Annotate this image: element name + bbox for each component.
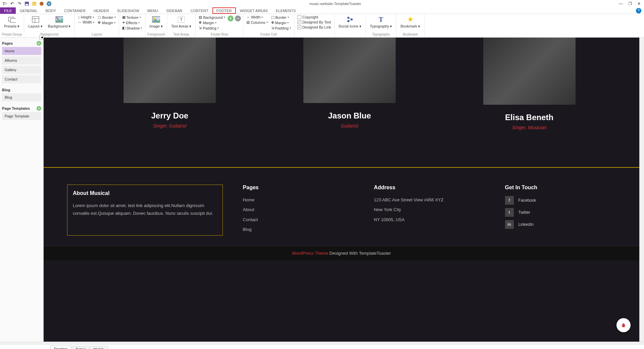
sidebar-item-home[interactable]: Home <box>2 47 41 55</box>
redo-icon[interactable]: ↷ <box>17 1 22 6</box>
canvas[interactable]: Jerry Doe Singer, Guitarist Jason Blue G… <box>44 38 639 342</box>
undo-icon[interactable]: ↶ <box>9 1 15 6</box>
remove-row-button[interactable]: − <box>235 15 241 21</box>
footer-link[interactable]: Contact <box>243 216 354 223</box>
svg-rect-1 <box>26 4 28 5</box>
person-name: Jerry Doe <box>123 111 216 120</box>
tab-footer[interactable]: FOOTER <box>212 7 236 14</box>
fr-margin-button[interactable]: ✥ Margin ▾ <box>198 20 226 25</box>
text-areas-button[interactable]: T Text Areas ▾ <box>169 15 193 29</box>
typography-button[interactable]: T Typography ▾ <box>368 15 394 29</box>
fc-width-button[interactable]: ↔ Width ▾ <box>245 15 268 19</box>
view-tablet-tab[interactable]: Tablet <box>72 346 89 349</box>
horizontal-scrollbar[interactable] <box>0 342 644 345</box>
view-mobile-tab[interactable]: Mobile <box>90 346 108 349</box>
background-button[interactable]: Background ▾ <box>46 15 73 29</box>
footer-link[interactable]: About <box>243 206 354 213</box>
about-text: Lorem ipsum dolor sit amet, test link ad… <box>73 202 217 217</box>
fc-padding-button[interactable]: ⇲ Padding ▾ <box>270 26 292 31</box>
sidebar-item-page-template[interactable]: Page Template <box>2 112 41 120</box>
sidebar-item-contact[interactable]: Contact <box>2 75 41 83</box>
view-desktop-tab[interactable]: Desktop <box>50 346 71 349</box>
image-button[interactable]: Image ▾ <box>147 15 165 29</box>
width-button[interactable]: ↔ Width ▾ <box>77 20 95 24</box>
footer-pages-cell: Pages Home About Contact Blog <box>243 185 354 236</box>
fr-background-button[interactable]: ▨ Background ▾ <box>198 15 226 20</box>
footer-link[interactable]: Blog <box>243 226 354 233</box>
wordpress-icon[interactable]: W <box>46 1 52 6</box>
fc-border-button[interactable]: ▢ Border ▾ <box>270 15 292 20</box>
twitter-icon: t <box>505 208 514 217</box>
vertical-scrollbar[interactable] <box>639 38 644 342</box>
help-icon[interactable]: ? <box>636 8 641 13</box>
tab-container[interactable]: CONTAINER <box>60 7 90 14</box>
designed-by-link-checkbox[interactable]: ✓ Designed By Link <box>296 25 332 30</box>
touch-title: Get In Touch <box>505 185 616 191</box>
address-line: NY 10005, USA <box>374 216 485 223</box>
facebook-icon: f <box>505 196 514 205</box>
social-icons-button[interactable]: Social Icons ▾ <box>337 15 363 29</box>
tab-widget-areas[interactable]: WIDGET AREAS <box>236 7 272 14</box>
tab-elements[interactable]: ELEMENTS <box>272 7 300 14</box>
templates-title: Page Templates <box>2 106 30 110</box>
pages-title: Pages <box>243 185 354 191</box>
fc-margin-button[interactable]: ✥ Margin ▾ <box>270 20 292 25</box>
texture-button[interactable]: ▦ Texture ▾ <box>121 15 143 20</box>
maximize-button[interactable]: ❐ <box>628 1 632 6</box>
footer-social-cell: Get In Touch fFacebook tTwitter inLinked… <box>505 185 616 236</box>
minimize-button[interactable]: — <box>619 1 623 6</box>
svg-rect-9 <box>32 16 39 22</box>
firefox-icon[interactable] <box>39 1 44 6</box>
tab-header[interactable]: HEADER <box>90 7 113 14</box>
tab-sidebar[interactable]: SIDEBAR <box>162 7 186 14</box>
tab-file[interactable]: FILE <box>0 7 16 14</box>
sidebar-item-gallery[interactable]: Gallery <box>2 66 41 74</box>
tab-general[interactable]: GENERAL <box>16 7 42 14</box>
height-button[interactable]: ↕ Height ▾ <box>77 15 95 19</box>
social-twitter[interactable]: tTwitter <box>505 208 616 217</box>
tab-slideshow[interactable]: SLIDESHOW <box>113 7 143 14</box>
pages-title: Pages <box>2 41 13 45</box>
fr-padding-button[interactable]: ⇲ Padding ▾ <box>198 26 226 31</box>
save-icon[interactable] <box>24 1 30 6</box>
bookmark-button[interactable]: ★ Bookmark ▾ <box>398 15 422 29</box>
add-template-button[interactable]: + <box>37 106 41 111</box>
add-row-button[interactable]: + <box>228 15 234 21</box>
typography-group-label: Typography <box>368 33 394 37</box>
svg-point-4 <box>41 3 43 5</box>
footer-about-cell[interactable]: About Musical Lorem ipsum dolor sit amet… <box>67 185 223 236</box>
footer-bottom[interactable]: WordPress Theme Designed With TemplateTo… <box>44 246 639 260</box>
social-facebook[interactable]: fFacebook <box>505 196 616 205</box>
close-button[interactable]: ✕ <box>637 1 641 6</box>
tab-menu[interactable]: MENU <box>143 7 162 14</box>
test-link[interactable]: test link <box>128 203 143 208</box>
add-page-button[interactable]: + <box>37 41 41 46</box>
border-button[interactable]: ▢ Border ▾ <box>97 15 116 20</box>
footer-link[interactable]: Home <box>243 196 354 204</box>
layout-button[interactable]: Layout ▾ <box>26 15 44 29</box>
copyright-checkbox[interactable]: Copyright <box>296 15 332 19</box>
text-tool-icon[interactable]: TT <box>2 1 7 6</box>
designed-by-text-checkbox[interactable]: ✓ Designed By Text <box>296 20 332 24</box>
footer-area[interactable]: About Musical Lorem ipsum dolor sit amet… <box>44 168 639 246</box>
tab-body[interactable]: BODY <box>42 7 60 14</box>
scroll-top-button[interactable] <box>616 318 631 332</box>
svg-text:W: W <box>47 2 51 6</box>
effects-button[interactable]: ✦ Effects ▾ <box>121 20 143 25</box>
person-image <box>483 38 576 105</box>
margin-button[interactable]: ✥ Margin ▾ <box>97 20 116 25</box>
preview-icon[interactable] <box>32 1 37 6</box>
person-image <box>303 38 396 103</box>
wordpress-theme-link[interactable]: WordPress Theme <box>292 251 328 256</box>
sidebar-item-blog[interactable]: Blog <box>2 93 41 101</box>
presets-button[interactable]: Presets ▾ <box>2 15 21 29</box>
shadow-button[interactable]: ◧ Shadow ▾ <box>121 26 143 31</box>
tab-content[interactable]: CONTENT <box>187 7 212 14</box>
blog-title: Blog <box>2 88 10 92</box>
sidebar-item-albums[interactable]: Albums <box>2 56 41 64</box>
foreground-label: Foreground <box>147 33 165 37</box>
fc-columns-button[interactable]: ▥ Columns ▾ <box>245 20 268 25</box>
person-image <box>123 38 216 103</box>
social-linkedin[interactable]: inLinkedIn <box>505 220 616 229</box>
collapse-sidebar-button[interactable]: ◀ <box>39 35 44 40</box>
